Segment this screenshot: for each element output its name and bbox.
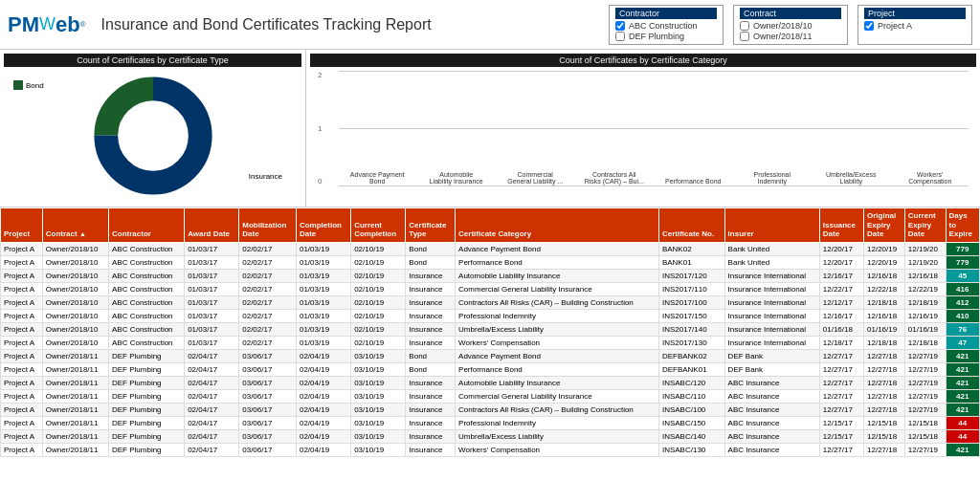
table-cell: Owner/2018/10 bbox=[42, 322, 108, 336]
table-cell: 03/10/19 bbox=[351, 416, 406, 429]
table-cell: 12/15/17 bbox=[819, 429, 863, 443]
table-cell: Project A bbox=[1, 255, 43, 269]
contract-checkbox-1[interactable] bbox=[740, 21, 749, 31]
table-cell: Commercial General Liability Insurance bbox=[456, 282, 659, 295]
donut-chart-title: Count of Certificates by Certificate Typ… bbox=[4, 54, 301, 67]
table-cell: Project A bbox=[1, 295, 43, 309]
project-option-1[interactable]: Project A bbox=[864, 21, 966, 31]
table-cell: Project A bbox=[1, 309, 43, 322]
table-cell: 12/27/18 bbox=[864, 362, 905, 376]
table-cell: 02/10/19 bbox=[351, 242, 406, 255]
table-cell: Insurance bbox=[406, 269, 456, 282]
table-cell: Owner/2018/10 bbox=[42, 282, 108, 295]
table-cell: 12/20/17 bbox=[819, 255, 863, 269]
th-current-expiry[interactable]: CurrentExpiryDate bbox=[904, 208, 946, 243]
table-cell: 12/16/18 bbox=[864, 269, 905, 282]
table-row: Project AOwner/2018/11DEF Plumbing02/04/… bbox=[1, 362, 980, 376]
table-cell: 02/04/19 bbox=[296, 416, 350, 429]
table-cell: 02/10/19 bbox=[351, 322, 406, 336]
table-cell: Insurance International bbox=[724, 295, 819, 309]
contractor-option-2[interactable]: DEF Plumbing bbox=[615, 32, 717, 41]
table-cell: 779 bbox=[946, 255, 979, 269]
table-cell: ABC Insurance bbox=[724, 443, 819, 456]
table-cell: Insurance bbox=[406, 429, 456, 443]
th-insurer[interactable]: Insurer bbox=[724, 208, 819, 243]
table-cell: INS2017/130 bbox=[658, 336, 724, 349]
table-cell: 03/10/19 bbox=[351, 349, 406, 362]
bar-umbrella: Umbrella/ExcessLiability bbox=[813, 169, 890, 186]
table-cell: ABC Construction bbox=[108, 322, 184, 336]
contractor-label-2: DEF Plumbing bbox=[629, 32, 684, 41]
table-cell: 01/03/17 bbox=[185, 255, 239, 269]
table-cell: 76 bbox=[946, 322, 979, 336]
table-cell: Insurance International bbox=[724, 309, 819, 322]
table-cell: 12/15/18 bbox=[904, 429, 946, 443]
table-cell: Professional Indemnity bbox=[456, 416, 659, 429]
table-cell: Insurance International bbox=[724, 336, 819, 349]
table-cell: 12/18/18 bbox=[864, 295, 905, 309]
contractor-checkbox-1[interactable] bbox=[615, 21, 625, 31]
table-cell: 12/15/17 bbox=[819, 416, 863, 429]
table-cell: 12/15/18 bbox=[864, 429, 905, 443]
bar-section: Count of Certificates by Certificate Cat… bbox=[306, 50, 980, 207]
table-cell: Insurance bbox=[406, 309, 456, 322]
table-cell: INSABC/150 bbox=[658, 416, 724, 429]
bar-chart-wrapper: 2 1 0 Advance PaymentBond Automobil bbox=[310, 71, 976, 205]
bar-commercial: CommercialGeneral Liability ... bbox=[497, 169, 574, 186]
contract-checkbox-2[interactable] bbox=[740, 32, 749, 41]
bar-automobile: AutomobileLiability Insurance bbox=[418, 169, 496, 186]
th-project[interactable]: Project bbox=[1, 208, 43, 243]
contract-option-1[interactable]: Owner/2018/10 bbox=[740, 21, 841, 31]
th-certificate-no[interactable]: Certificate No. bbox=[658, 208, 724, 243]
th-mobilization-date[interactable]: MobilizationDate bbox=[239, 208, 297, 243]
donut-legend: Bond bbox=[13, 80, 44, 90]
table-cell: Project A bbox=[1, 416, 43, 429]
table-cell: Project A bbox=[1, 443, 43, 456]
table-cell: 02/02/17 bbox=[239, 309, 297, 322]
th-current-completion[interactable]: CurrentCompletion bbox=[351, 208, 406, 243]
table-body: Project AOwner/2018/10ABC Construction01… bbox=[1, 242, 980, 456]
th-certificate-category[interactable]: Certificate Category bbox=[456, 208, 659, 243]
table-row: Project AOwner/2018/10ABC Construction01… bbox=[1, 242, 980, 255]
table-cell: 12/27/17 bbox=[819, 349, 863, 362]
table-cell: 03/10/19 bbox=[351, 403, 406, 416]
bar-commercial-label: CommercialGeneral Liability ... bbox=[507, 171, 563, 186]
table-cell: Insurance bbox=[406, 322, 456, 336]
th-completion-date[interactable]: CompletionDate bbox=[296, 208, 350, 243]
table-cell: Advance Payment Bond bbox=[456, 349, 659, 362]
table-cell: 01/03/17 bbox=[185, 269, 239, 282]
th-issuance-date[interactable]: IssuanceDate bbox=[819, 208, 863, 243]
table-row: Project AOwner/2018/10ABC Construction01… bbox=[1, 269, 980, 282]
th-days-expire[interactable]: DaystoExpire bbox=[946, 208, 979, 243]
table-section: Project Contract ▲ Contractor Award Date… bbox=[0, 207, 980, 502]
contractor-option-1[interactable]: ABC Construction bbox=[615, 21, 717, 31]
th-award-date[interactable]: Award Date bbox=[185, 208, 239, 243]
table-cell: 02/10/19 bbox=[351, 336, 406, 349]
table-cell: 12/27/18 bbox=[864, 443, 905, 456]
project-checkbox-1[interactable] bbox=[864, 21, 874, 31]
th-contract[interactable]: Contract ▲ bbox=[42, 208, 108, 243]
table-cell: Professional Indemnity bbox=[456, 309, 659, 322]
table-cell: 12/22/19 bbox=[904, 282, 946, 295]
contractor-checkbox-2[interactable] bbox=[615, 32, 625, 41]
table-cell: 02/02/17 bbox=[239, 336, 297, 349]
table-cell: Bank United bbox=[724, 255, 819, 269]
svg-point-2 bbox=[120, 102, 185, 167]
table-cell: Bond bbox=[406, 349, 456, 362]
table-cell: 02/04/19 bbox=[296, 443, 350, 456]
th-original-expiry[interactable]: OriginalExpiryDate bbox=[864, 208, 905, 243]
th-contractor[interactable]: Contractor bbox=[108, 208, 184, 243]
table-cell: 12/15/18 bbox=[864, 416, 905, 429]
table-cell: Advance Payment Bond bbox=[456, 242, 659, 255]
th-certificate-type[interactable]: CertificateType bbox=[406, 208, 456, 243]
table-cell: Project A bbox=[1, 362, 43, 376]
project-filter: Project Project A bbox=[858, 5, 972, 45]
logo-wave: W bbox=[39, 14, 56, 34]
table-cell: ABC Insurance bbox=[724, 429, 819, 443]
table-cell: 416 bbox=[946, 282, 979, 295]
table-cell: ABC Insurance bbox=[724, 403, 819, 416]
table-row: Project AOwner/2018/10ABC Construction01… bbox=[1, 309, 980, 322]
table-cell: 01/03/17 bbox=[185, 322, 239, 336]
contract-option-2[interactable]: Owner/2018/11 bbox=[740, 32, 841, 41]
table-cell: 12/27/19 bbox=[904, 376, 946, 389]
